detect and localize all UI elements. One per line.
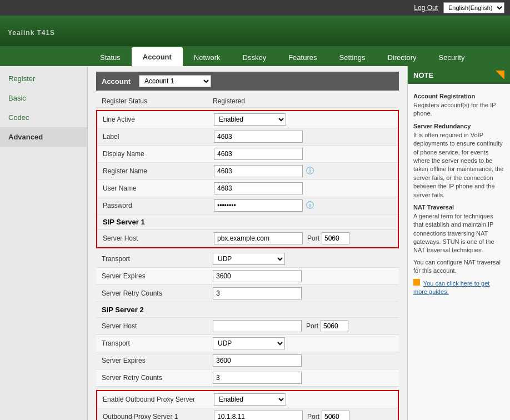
server-retry2-row: Server Retry Counts [96,369,399,387]
note-corner-icon [496,71,504,79]
server-expires2-row: Server Expires [96,352,399,369]
note-header: NOTE [408,66,510,84]
port2-label: Port [306,322,318,330]
sidebar-item-register[interactable]: Register [0,69,87,88]
outbound-proxy1-port-input[interactable] [322,411,349,420]
server-host1-input[interactable] [214,232,303,244]
server-host1-row: Server Host Port [97,230,398,247]
server-retry1-value [213,287,393,299]
server-host2-label: Server Host [102,322,213,330]
transport2-row: Transport UDP TCP [96,335,399,352]
display-name-input[interactable] [214,148,303,160]
server-expires2-value [213,354,393,367]
language-select[interactable]: English(English) [443,2,504,13]
user-name-value [214,182,392,194]
account-label: Account [102,77,131,86]
logout-button[interactable]: Log Out [414,4,438,12]
display-name-label: Display Name [103,150,214,158]
red-border-section-2: Enable Outbound Proxy Server Enabled Dis… [96,390,399,420]
tab-security[interactable]: Security [427,48,476,66]
password-help-icon[interactable]: ⓘ [306,201,314,211]
account-select[interactable]: Account 1 Account 2 Account 3 [139,75,211,87]
password-input[interactable] [214,199,303,212]
server-retry2-value [213,372,393,384]
note-title: NOTE [413,71,433,79]
account-header: Account Account 1 Account 2 Account 3 [96,72,399,91]
server-retry1-input[interactable] [213,287,302,299]
transport1-value: UDP TCP TLS [213,253,393,265]
outbound-proxy-server1-row: Outbound Proxy Server 1 Port [97,408,398,420]
server-expires2-input[interactable] [213,354,302,367]
red-border-section-1: Line Active Enabled Disabled Label [96,110,399,248]
top-bar: Log Out English(English) [0,0,510,16]
password-value: ⓘ [214,199,392,212]
server-retry2-input[interactable] [213,372,302,384]
outbound-proxy-server1-value: Port [214,411,392,420]
logo: YealinkT41S [6,24,55,38]
transport2-select[interactable]: UDP TCP [213,337,285,349]
outbound-proxy-server1-label: Outbound Proxy Server 1 [103,413,214,420]
display-name-row: Display Name [97,146,398,163]
label-input[interactable] [214,131,303,143]
server-expires1-row: Server Expires [96,268,399,285]
outbound-proxy-value: Enabled Disabled [214,393,392,406]
register-name-input[interactable] [214,165,303,177]
note-body: Account Registration Registers account(s… [408,84,510,304]
server-retry1-label: Server Retry Counts [102,289,213,297]
line-active-value: Enabled Disabled [214,113,392,126]
outbound-proxy-server1-input[interactable] [214,411,303,420]
note-link-icon [413,279,420,286]
sidebar-item-advanced[interactable]: Advanced [0,127,87,147]
server-host2-row: Server Host Port [96,318,399,335]
user-name-input[interactable] [214,182,303,194]
note-nat-title: NAT Traversal [413,204,504,211]
note-panel: NOTE Account Registration Registers acco… [407,66,510,420]
header: YealinkT41S [0,16,510,46]
transport1-row: Transport UDP TCP TLS [96,251,399,268]
sip1-port-input[interactable] [322,232,349,244]
sidebar-item-basic[interactable]: Basic [0,88,87,108]
server-expires1-input[interactable] [213,270,302,282]
tab-status[interactable]: Status [89,48,132,66]
note-server-red-text: It is often required in VoIP deployments… [413,131,504,199]
content-wrapper: Account Account 1 Account 2 Account 3 Re… [88,66,510,420]
note-account-reg-text: Registers account(s) for the IP phone. [413,101,504,118]
tab-settings[interactable]: Settings [328,48,376,66]
outbound-proxy-label: Enable Outbound Proxy Server [103,396,214,403]
outbound-proxy-select[interactable]: Enabled Disabled [214,393,286,406]
note-account-reg-title: Account Registration [413,93,504,99]
sip-server2-title: SIP Server 2 [96,302,399,318]
label-field-value [214,131,392,143]
server-expires2-label: Server Expires [102,357,213,364]
line-active-select[interactable]: Enabled Disabled [214,113,286,126]
label-field-label: Label [103,133,214,141]
server-host1-label: Server Host [103,234,214,242]
sidebar-item-codec[interactable]: Codec [0,108,87,127]
tab-network[interactable]: Network [183,48,232,66]
tab-directory[interactable]: Directory [376,48,427,66]
password-row: Password ⓘ [97,197,398,214]
note-server-red-title: Server Redundancy [413,123,504,129]
tab-dsskey[interactable]: Dsskey [232,48,278,66]
transport1-select[interactable]: UDP TCP TLS [213,253,285,265]
register-status-label: Register Status [102,97,213,105]
server-host2-value: Port [213,320,393,332]
display-name-value [214,148,392,160]
server-host2-input[interactable] [213,320,302,332]
tab-account[interactable]: Account [132,47,183,66]
tab-features[interactable]: Features [277,48,328,66]
port1-label: Port [307,234,319,242]
transport2-label: Transport [102,339,213,347]
line-active-row: Line Active Enabled Disabled [97,111,398,128]
outbound-proxy-row: Enable Outbound Proxy Server Enabled Dis… [97,391,398,408]
register-name-help-icon[interactable]: ⓘ [306,166,314,176]
register-name-value: ⓘ [214,165,392,177]
server-expires1-label: Server Expires [102,272,213,280]
sip-server1-title: SIP Server 1 [97,214,398,230]
transport1-label: Transport [102,255,213,263]
sip2-port-input[interactable] [321,320,348,332]
register-status-row: Register Status Registered [96,95,399,108]
label-row: Label [97,128,398,146]
note-link[interactable]: You can click here to get more guides. [413,279,504,297]
password-label: Password [103,202,214,209]
